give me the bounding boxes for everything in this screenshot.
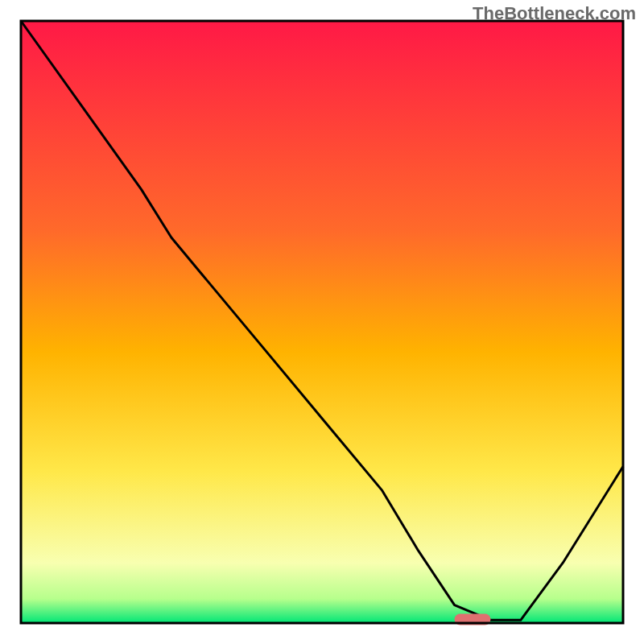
bottleneck-chart [0, 0, 644, 644]
watermark-text: TheBottleneck.com [473, 3, 636, 24]
chart-background [21, 21, 623, 623]
chart-svg [0, 0, 644, 644]
